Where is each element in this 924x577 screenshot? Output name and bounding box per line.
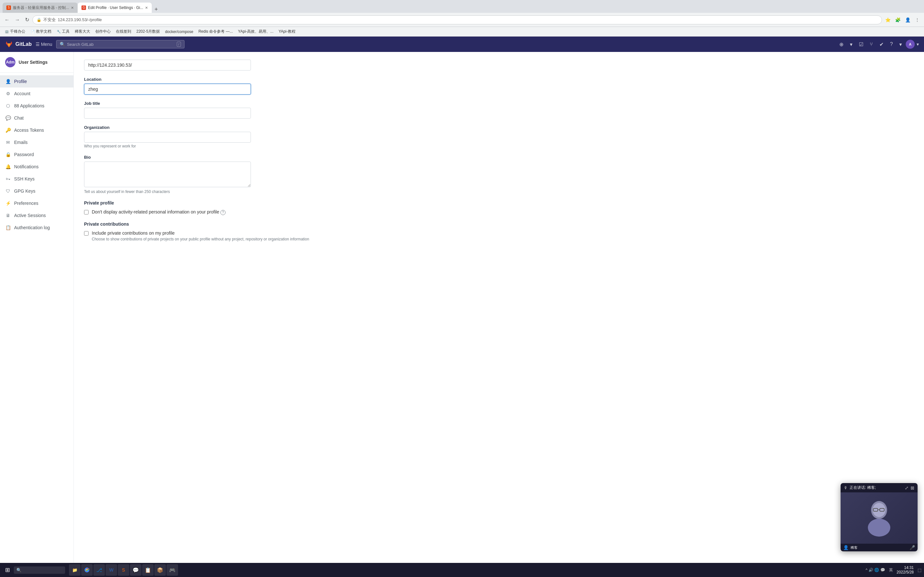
bookmark-yapi-docs[interactable]: YApi-教程: [276, 28, 297, 35]
bookmark-data[interactable]: 2202-5月数据: [134, 28, 162, 35]
sidebar-item-label-access-tokens: Access Tokens: [14, 127, 44, 133]
tab-favicon-1: S: [6, 5, 11, 10]
bio-input[interactable]: [84, 161, 251, 187]
bookmark-xike[interactable]: 稀客大大: [73, 28, 92, 35]
todos-button[interactable]: ✔: [877, 39, 886, 49]
forward-button[interactable]: →: [13, 16, 22, 24]
person-silhouette: [863, 496, 895, 540]
bookmark-tools[interactable]: 🔧 工具: [55, 28, 71, 35]
content-area: Location Job title Organization Who you …: [74, 52, 924, 577]
taskbar-sys-tray: ^ 🔊 🌐 💬 英 14:31 2022/5/28 ⬚: [866, 566, 921, 574]
taskbar-app-2[interactable]: 📋: [142, 564, 153, 576]
location-field: Location: [84, 77, 914, 95]
create-button[interactable]: ⊕: [837, 39, 846, 49]
create-dropdown[interactable]: ▾: [847, 39, 855, 49]
sidebar-item-account[interactable]: ⚙ Account: [0, 87, 73, 100]
organization-input[interactable]: [84, 132, 251, 143]
video-footer: 👤 稀客 🎤: [841, 544, 918, 551]
toolbar-actions: ⭐ 🧩 👤 ⋮: [883, 16, 921, 24]
zoom-button[interactable]: ⭐: [883, 16, 893, 24]
bookmark-qianfeng[interactable]: 🏢 千锋办公: [3, 28, 27, 35]
taskbar-app-3[interactable]: 📦: [154, 564, 166, 576]
bookmark-docker[interactable]: docker/compose: [163, 29, 195, 35]
search-shortcut: /: [177, 42, 181, 47]
address-bar[interactable]: 🔒 不安全 124.223.190.53/-/profile: [32, 15, 882, 24]
sidebar-item-gpg-keys[interactable]: 🛡 GPG Keys: [0, 185, 73, 197]
more-button[interactable]: ⋮: [913, 16, 921, 24]
sidebar-item-applications[interactable]: ⬡ 88 Applications: [0, 100, 73, 112]
sidebar-item-ssh-keys[interactable]: 🗝 SSH Keys: [0, 173, 73, 185]
website-input[interactable]: [84, 60, 251, 71]
video-body: [841, 492, 918, 544]
taskbar-app-4[interactable]: 🎮: [166, 564, 178, 576]
help-dropdown[interactable]: ▾: [897, 39, 905, 49]
sublime-icon: S: [122, 567, 125, 572]
sidebar-item-profile[interactable]: 👤 Profile: [0, 75, 73, 87]
sidebar-item-preferences[interactable]: ⚡ Preferences: [0, 197, 73, 210]
bookmark-yapi[interactable]: YApi-高效、易用、...: [236, 28, 275, 35]
sidebar-item-label-password: Password: [14, 152, 34, 157]
private-contributions-checkbox[interactable]: [84, 231, 89, 235]
taskbar-app-sublime[interactable]: S: [118, 564, 129, 576]
bookmark-docs[interactable]: 📄 教学文档: [29, 28, 53, 35]
bookmark-signin[interactable]: 在线签到: [114, 28, 133, 35]
merge-button[interactable]: ⑂: [867, 39, 876, 49]
private-contributions-checkbox-group: Include private contributions on my prof…: [84, 230, 914, 242]
location-label: Location: [84, 77, 914, 82]
start-button[interactable]: ⊞: [3, 565, 13, 575]
bookmark-label: 工具: [62, 29, 69, 34]
location-input[interactable]: [84, 84, 251, 95]
bookmark-redis[interactable]: Redis 命令参考 —...: [196, 28, 234, 35]
browser-toolbar: ← → ↻ 🔒 不安全 124.223.190.53/-/profile ⭐ 🧩…: [0, 13, 924, 27]
taskbar-app-vscode[interactable]: ⎇: [94, 564, 105, 576]
sidebar-item-label-authentication-log: Authentication log: [14, 225, 50, 230]
bookmarks-bar: 🏢 千锋办公 📄 教学文档 🔧 工具 稀客大大 创作中心 在线签到 2202-5…: [0, 27, 924, 37]
sidebar-item-access-tokens[interactable]: 🔑 Access Tokens: [0, 124, 73, 136]
job-title-input[interactable]: [84, 108, 251, 119]
private-profile-help-icon[interactable]: ?: [220, 210, 226, 215]
private-profile-checkbox[interactable]: [84, 210, 89, 214]
taskbar-search-button[interactable]: 🔍: [14, 566, 65, 574]
refresh-button[interactable]: ↻: [23, 15, 31, 24]
video-expand-button[interactable]: ⤢: [905, 485, 909, 490]
new-tab-button[interactable]: +: [152, 6, 160, 13]
help-button[interactable]: ?: [887, 39, 895, 49]
bookmark-create[interactable]: 创作中心: [94, 28, 113, 35]
video-shrink-button[interactable]: ⊠: [911, 485, 914, 490]
organization-field: Organization Who you represent or work f…: [84, 125, 914, 148]
taskbar-app-chrome[interactable]: [81, 564, 93, 576]
user-avatar-button[interactable]: A ▾: [906, 40, 919, 49]
sidebar-avatar: Adm: [5, 57, 15, 67]
taskbar-app-explorer[interactable]: 📁: [69, 564, 81, 576]
applications-icon: ⬡: [5, 103, 11, 109]
profile-button[interactable]: 👤: [903, 16, 913, 24]
extensions-button[interactable]: 🧩: [893, 16, 903, 24]
sidebar-item-chat[interactable]: 💬 Chat: [0, 112, 73, 124]
sidebar-item-password[interactable]: 🔒 Password: [0, 148, 73, 161]
account-icon: ⚙: [5, 91, 11, 97]
back-button[interactable]: ←: [3, 16, 11, 24]
tab-close-2[interactable]: ✕: [145, 6, 148, 10]
sidebar-item-notifications[interactable]: 🔔 Notifications: [0, 161, 73, 173]
browser-tab-1[interactable]: S 服务器 - 轻量应用服务器 - 控制... ✕: [3, 3, 78, 13]
browser-tab-2[interactable]: G Edit Profile · User Settings · Gi... ✕: [78, 3, 152, 13]
taskbar-time-display: 14:31: [897, 566, 914, 570]
video-name: 稀客: [851, 545, 858, 550]
user-label: ▾: [917, 42, 919, 47]
tab-close-1[interactable]: ✕: [71, 6, 74, 10]
sidebar-item-active-sessions[interactable]: 🖥 Active Sessions: [0, 210, 73, 221]
bookmark-icon: 📄: [31, 29, 35, 34]
mute-button[interactable]: 🎤: [909, 545, 915, 550]
taskbar-app-1[interactable]: 💬: [130, 564, 142, 576]
sidebar-item-emails[interactable]: ✉ Emails: [0, 136, 73, 148]
search-input[interactable]: [67, 42, 175, 47]
vscode-icon: ⎇: [96, 567, 102, 573]
sidebar-item-authentication-log[interactable]: 📋 Authentication log: [0, 221, 73, 234]
taskbar-lang: 英: [889, 567, 893, 573]
header-search[interactable]: 🔍 /: [56, 40, 184, 48]
issues-button[interactable]: ☑: [856, 39, 866, 49]
menu-button[interactable]: ☰ Menu: [36, 42, 52, 47]
show-desktop-button[interactable]: ⬚: [918, 568, 921, 572]
taskbar-app-word[interactable]: W: [105, 564, 117, 576]
word-icon: W: [109, 567, 113, 572]
